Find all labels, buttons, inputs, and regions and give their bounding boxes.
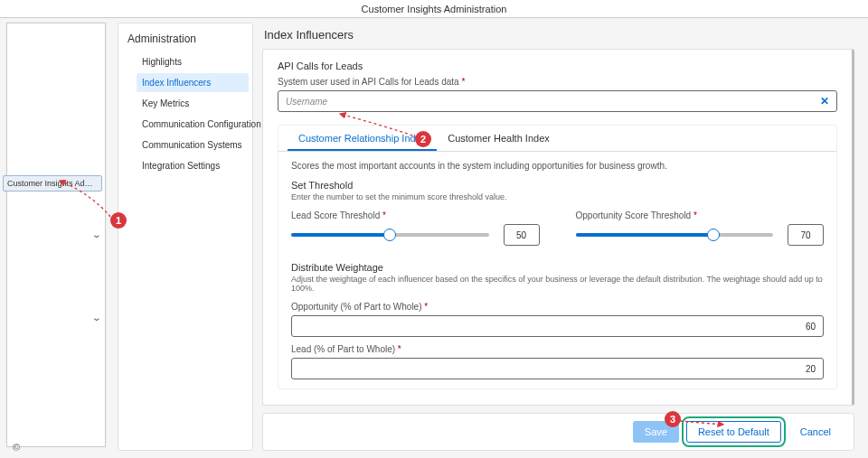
api-section-heading: API Calls for Leads: [278, 61, 837, 71]
lead-threshold-slider[interactable]: [291, 229, 489, 241]
reset-to-default-button[interactable]: Reset to Default: [686, 421, 781, 443]
app-title-bar: Customer Insights Administration: [0, 0, 868, 18]
cancel-button[interactable]: Cancel: [788, 421, 843, 443]
distribute-weightage-desc: Adjust the weightage of each influencer …: [291, 275, 824, 293]
system-user-label: System user used in API Calls for Leads …: [278, 77, 837, 87]
tab-customer-health-index[interactable]: Customer Health Index: [437, 126, 561, 151]
sidebar-item-key-metrics[interactable]: Key Metrics: [137, 94, 249, 113]
lead-threshold-label: Lead Score Threshold: [291, 210, 540, 220]
tabs-bar: Customer Relationship Index Customer Hea…: [278, 126, 836, 152]
index-tabs-card: Customer Relationship Index Customer Hea…: [278, 125, 837, 389]
content-area: Index Influencers API Calls for Leads Sy…: [262, 23, 854, 451]
app-title: Customer Insights Administration: [362, 4, 507, 14]
lead-pct-input[interactable]: 20: [291, 358, 824, 379]
sidebar-title: Administration: [127, 33, 249, 45]
page-title: Index Influencers: [262, 23, 854, 49]
lead-pct-label: Lead (% of Part to Whole): [291, 344, 824, 354]
sidebar-item-index-influencers[interactable]: Index Influencers: [137, 73, 249, 92]
opportunity-pct-label: Opportunity (% of Part to Whole): [291, 302, 824, 312]
annotation-callout-2: 2: [415, 131, 431, 147]
annotation-callout-3: 3: [665, 411, 681, 427]
opportunity-threshold-slider[interactable]: [576, 229, 774, 241]
sidebar-item-integration-settings[interactable]: Integration Settings: [137, 156, 249, 175]
left-panel: Customer Insights Admi... ⌄ ⌄: [6, 23, 106, 447]
content-body: API Calls for Leads System user used in …: [262, 49, 854, 406]
left-panel-badge[interactable]: Customer Insights Admi...: [3, 175, 102, 192]
lead-threshold-value[interactable]: 50: [504, 224, 540, 246]
opportunity-threshold-value[interactable]: 70: [788, 224, 824, 246]
sidebar-item-communication-systems[interactable]: Communication Systems: [137, 136, 249, 154]
main-container: Administration Highlights Index Influenc…: [118, 23, 854, 451]
distribute-weightage-heading: Distribute Weightage: [291, 262, 824, 273]
set-threshold-heading: Set Threshold: [291, 180, 824, 191]
sidebar-nav: Administration Highlights Index Influenc…: [118, 23, 253, 451]
system-user-input[interactable]: Username ✕: [278, 90, 837, 112]
cri-description: Scores the most important accounts in th…: [291, 161, 824, 171]
chevron-down-icon[interactable]: ⌄: [91, 313, 101, 322]
footer-bar: Save Reset to Default Cancel: [262, 413, 854, 451]
annotation-callout-1: 1: [110, 212, 127, 229]
system-user-placeholder: Username: [286, 97, 327, 107]
copyright-icon: ©: [13, 442, 20, 453]
opportunity-pct-input[interactable]: 60: [291, 315, 824, 337]
chevron-down-icon[interactable]: ⌄: [91, 229, 101, 239]
sidebar-item-communication-configuration[interactable]: Communication Configuration: [137, 115, 249, 134]
sidebar-item-highlights[interactable]: Highlights: [137, 52, 249, 71]
clear-icon[interactable]: ✕: [820, 95, 829, 107]
set-threshold-desc: Enter the number to set the minimum scor…: [291, 192, 824, 201]
opportunity-threshold-label: Opportunity Score Threshold: [576, 210, 825, 220]
